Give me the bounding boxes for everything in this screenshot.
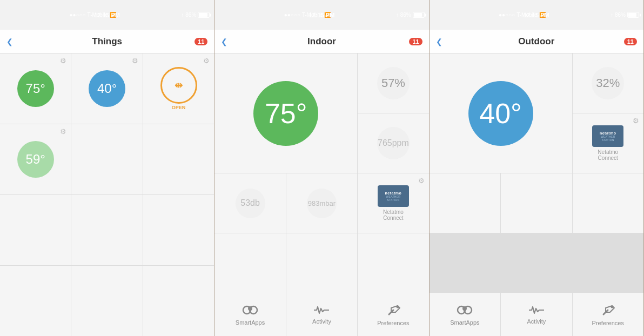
gear-icon-netatmo[interactable]: ⚙: [418, 177, 425, 185]
status-bar-indoor: ●●○○○ T-Mobile 📶 12:15 PM ↑ 86%: [214, 0, 428, 30]
indoor-action-row: SmartApps Activity Preferences: [214, 293, 428, 336]
smartapps-label-outdoor: SmartApps: [450, 319, 479, 326]
time-outdoor: 12:15 PM: [524, 12, 549, 18]
battery-bar: [198, 12, 210, 18]
tile-outdoor-humidity[interactable]: 32%: [573, 53, 643, 113]
outdoor-action-row: SmartApps Activity Preferences: [430, 293, 643, 336]
signal-dots-indoor: ●●○○○: [284, 12, 300, 18]
indoor-empty-3: [358, 233, 428, 293]
activity-icon-indoor: [314, 304, 329, 316]
tile-co2[interactable]: 765ppm: [358, 113, 428, 173]
tile-noise[interactable]: 53db: [214, 173, 285, 233]
nav-bar-indoor: ❮ Indoor 11: [214, 30, 428, 53]
indoor-main-grid: 75° 57% 765ppm 53db: [214, 53, 428, 293]
things-screen: ●●○○○ T-Mobile 📶 12:15 PM ↑ 86% ❮ Things…: [0, 0, 214, 336]
things-grid: ⚙ 75° ⚙ 40° ⚙ ⇹ OPEN ⚙: [0, 53, 214, 336]
open-label: OPEN: [172, 105, 186, 110]
svg-point-9: [611, 306, 614, 308]
battery-percent: 86%: [185, 12, 196, 18]
gear-icon-3[interactable]: ⚙: [203, 57, 210, 65]
humidity-circle: 57%: [377, 67, 410, 99]
tile-pressure[interactable]: 983mbar: [286, 173, 357, 233]
preferences-button-indoor[interactable]: Preferences: [358, 293, 428, 336]
tile-indoor-temp[interactable]: 75°: [214, 53, 357, 173]
humidity-value: 57%: [381, 76, 405, 90]
indoor-screen: ●●○○○ T-Mobile 📶 12:15 PM ↑ 86% ❮ Indoor…: [214, 0, 429, 336]
indoor-temp-circle: 75°: [253, 81, 318, 146]
temp-circle-lightgreen: 59°: [17, 141, 54, 178]
back-button-things[interactable]: ❮: [6, 37, 13, 46]
gear-icon-2[interactable]: ⚙: [132, 57, 138, 65]
outdoor-empty-2: [501, 173, 572, 233]
preferences-button-outdoor[interactable]: Preferences: [573, 293, 643, 336]
back-button-outdoor[interactable]: ❮: [436, 37, 442, 46]
nav-bar-things: ❮ Things 11: [0, 30, 214, 53]
gear-icon-netatmo-outdoor[interactable]: ⚙: [633, 117, 639, 125]
indoor-empty-1: [214, 233, 285, 293]
temp-circle-green: 75°: [17, 70, 54, 107]
tile-netatmo-outdoor[interactable]: ⚙ netatmo WEATHER STATION NetatmoConnect: [573, 113, 643, 173]
gear-icon-1[interactable]: ⚙: [60, 57, 66, 65]
back-arrow-outdoor: ❮: [436, 37, 442, 46]
arrow-up-outdoor: ↑: [611, 12, 613, 18]
nav-title-things: Things: [92, 36, 122, 47]
open-circle: ⇹: [160, 67, 197, 104]
battery-fill-outdoor: [628, 13, 636, 17]
tile-empty-5: [143, 195, 214, 265]
activity-button-outdoor[interactable]: Activity: [501, 293, 572, 336]
preferences-label-indoor: Preferences: [377, 320, 409, 326]
tile-temp-59[interactable]: ⚙ 59°: [0, 124, 71, 194]
netatmo-outdoor-connect-label: NetatmoConnect: [598, 149, 618, 161]
gear-icon-4[interactable]: ⚙: [60, 127, 66, 136]
battery-fill: [199, 13, 207, 17]
status-right: ↑ 86%: [181, 12, 210, 18]
time-indoor: 12:15 PM: [309, 12, 335, 18]
preferences-icon-outdoor: [600, 303, 615, 318]
netatmo-outdoor-logo: netatmo WEATHER STATION: [592, 125, 623, 147]
back-arrow-icon: ❮: [6, 37, 13, 46]
pressure-value: 983mbar: [308, 199, 336, 207]
status-bar-outdoor: ●●○○○ T-Mobile 📶 12:15 PM ↑ 86%: [430, 0, 643, 30]
outdoor-content: 40° 32% ⚙ netatmo WEATHER STATION Netatm…: [430, 53, 643, 336]
battery-pct-indoor: 86%: [400, 12, 411, 18]
outdoor-main-grid: 40° 32% ⚙ netatmo WEATHER STATION Netatm…: [430, 53, 643, 293]
nav-bar-outdoor: ❮ Outdoor 11: [430, 30, 643, 53]
co2-circle: 765ppm: [377, 127, 410, 159]
badge-outdoor: 11: [624, 38, 637, 45]
indoor-empty-2: [286, 233, 357, 293]
tile-temp-75[interactable]: ⚙ 75°: [0, 53, 71, 124]
indoor-temp-value: 75°: [265, 97, 307, 130]
tile-humidity[interactable]: 57%: [358, 53, 428, 113]
smartapps-button-outdoor[interactable]: SmartApps: [430, 293, 500, 336]
status-time: 12:15 PM: [94, 12, 120, 18]
nav-title-indoor: Indoor: [307, 36, 336, 47]
activity-label-outdoor: Activity: [527, 318, 546, 325]
badge-indoor: 11: [409, 38, 422, 45]
arrow-up-icon: ↑: [181, 12, 184, 18]
tile-netatmo-indoor[interactable]: ⚙ netatmo WEATHER STATION NetatmoConnect: [358, 173, 428, 233]
tile-open[interactable]: ⚙ ⇹ OPEN: [143, 53, 214, 124]
open-icon: ⇹: [175, 79, 183, 91]
back-button-indoor[interactable]: ❮: [221, 37, 227, 46]
tile-empty-1: [71, 124, 142, 194]
smartapps-icon-outdoor: [457, 303, 473, 317]
tile-outdoor-temp[interactable]: 40°: [430, 53, 572, 173]
back-arrow-indoor: ❮: [221, 37, 227, 46]
tile-empty-4: [71, 195, 142, 265]
preferences-label-outdoor: Preferences: [592, 320, 624, 326]
outdoor-empty-3: [573, 173, 643, 233]
things-content: ⚙ 75° ⚙ 40° ⚙ ⇹ OPEN ⚙: [0, 53, 214, 336]
tile-empty-3: [0, 195, 71, 265]
outdoor-humidity-value: 32%: [596, 76, 620, 90]
pressure-circle: 983mbar: [307, 189, 337, 218]
battery-bar-outdoor: [627, 12, 639, 18]
tile-temp-40[interactable]: ⚙ 40°: [71, 53, 142, 124]
activity-label-indoor: Activity: [312, 318, 331, 325]
smartapps-button-indoor[interactable]: SmartApps: [214, 293, 285, 336]
svg-point-4: [396, 306, 399, 308]
battery-pct-outdoor: 86%: [615, 12, 626, 18]
smartapps-icon-indoor: [242, 303, 258, 317]
temp-value-75: 75°: [26, 81, 45, 96]
activity-button-indoor[interactable]: Activity: [286, 293, 357, 336]
netatmo-connect-label: NetatmoConnect: [383, 209, 404, 221]
